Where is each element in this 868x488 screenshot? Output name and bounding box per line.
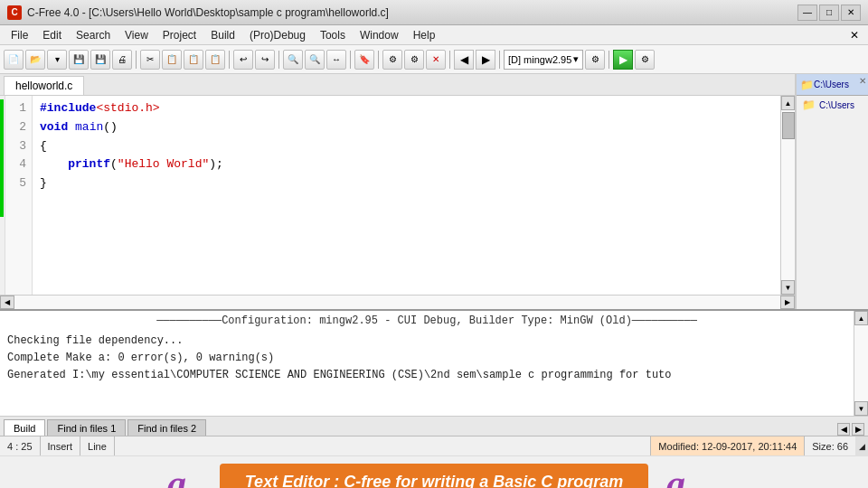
toolbar-separator-6 — [449, 51, 450, 69]
bottom-vscroll-up[interactable]: ▲ — [854, 311, 868, 325]
svg-text:a: a — [666, 463, 685, 489]
change-indicator — [0, 99, 4, 217]
code-line-5: } — [40, 174, 773, 193]
menu-window[interactable]: Window — [353, 27, 406, 43]
menu-view[interactable]: View — [118, 27, 156, 43]
hscroll-right[interactable]: ▶ — [780, 296, 795, 309]
toolbar-separator-4 — [350, 51, 351, 69]
status-line-mode: Line — [80, 436, 115, 455]
settings-button[interactable]: ⚙ — [382, 50, 402, 70]
toolbar-separator-2 — [229, 51, 230, 69]
menu-edit[interactable]: Edit — [35, 27, 69, 43]
build-line-1: Checking file dependency... — [7, 333, 846, 350]
right-panel-path: C:\Users — [814, 80, 849, 89]
editor-panel: helloworld.c 1 2 3 4 5 #include<stdio.h>… — [0, 74, 796, 309]
status-size: Size: 66 — [804, 436, 855, 455]
save-all-button[interactable]: 💾 — [90, 50, 110, 70]
code-editor[interactable]: 1 2 3 4 5 #include<stdio.h> void main() … — [0, 96, 795, 295]
title-bar: C C-Free 4.0 - [C:\Users\Hello World\Des… — [0, 0, 868, 25]
status-mode: Insert — [41, 436, 81, 455]
right-panel-item[interactable]: 📁 C:\Users — [797, 96, 868, 114]
right-logo: a — [663, 462, 704, 489]
menu-search[interactable]: Search — [69, 27, 118, 43]
right-panel-close[interactable]: ✕ — [859, 76, 866, 86]
debug-button[interactable]: ⚙ — [635, 50, 655, 70]
menu-bar: File Edit Search View Project Build (Pro… — [0, 25, 868, 45]
menubar-close-button[interactable]: ✕ — [844, 29, 864, 42]
tab-scroll-left[interactable]: ◀ — [837, 423, 850, 436]
menu-help[interactable]: Help — [406, 27, 443, 43]
nav-back-button[interactable]: ◀ — [454, 50, 474, 70]
menu-project[interactable]: Project — [156, 27, 203, 43]
status-position: 4 : 25 — [0, 436, 41, 455]
editor-tab-label: helloworld.c — [15, 80, 72, 92]
menu-pro-debug[interactable]: (Pro)Debug — [242, 27, 313, 43]
open-dropdown-button[interactable]: ▾ — [47, 50, 67, 70]
folder-icon: 📁 — [800, 79, 814, 91]
find-button[interactable]: 🔍 — [283, 50, 303, 70]
tab-build[interactable]: Build — [4, 419, 45, 436]
stop-button[interactable]: ✕ — [426, 50, 446, 70]
tab-find-in-files-2[interactable]: Find in files 2 — [127, 419, 206, 436]
find-next-button[interactable]: 🔍 — [305, 50, 325, 70]
toolbar-separator-7 — [499, 51, 500, 69]
vscroll-down[interactable]: ▼ — [781, 280, 795, 295]
vscroll-thumb[interactable] — [782, 112, 795, 139]
right-panel-item-label: C:\Users — [819, 100, 854, 110]
build-output: ——————————Configuration: mingw2.95 - CUI… — [0, 311, 854, 416]
right-panel: 📁 C:\Users ✕ 📁 C:\Users — [796, 74, 868, 309]
open-button[interactable]: 📂 — [25, 50, 45, 70]
print-button[interactable]: 🖨 — [112, 50, 132, 70]
compiler-dropdown-label: [D] mingw2.95 — [508, 54, 571, 65]
vscroll-up[interactable]: ▲ — [781, 96, 795, 110]
compiler-dropdown-arrow: ▾ — [573, 53, 579, 65]
code-line-2: void main() — [40, 118, 773, 137]
status-bar: 4 : 25 Insert Line Modified: 12-09-2017,… — [0, 436, 868, 455]
config-button[interactable]: ⚙ — [404, 50, 424, 70]
new-file-button[interactable]: 📄 — [4, 50, 24, 70]
bottom-tab-bar: Build Find in files 1 Find in files 2 ◀ … — [0, 416, 868, 436]
editor-vscrollbar[interactable]: ▲ ▼ — [780, 96, 795, 295]
save-button[interactable]: 💾 — [69, 50, 89, 70]
compiler-settings-button[interactable]: ⚙ — [585, 50, 605, 70]
replace-button[interactable]: ↔ — [326, 50, 346, 70]
bottom-panel: ——————————Configuration: mingw2.95 - CUI… — [0, 309, 868, 436]
paste-button[interactable]: 📋 — [184, 50, 203, 70]
menu-build[interactable]: Build — [203, 27, 242, 43]
editor-hscrollbar: ◀ ▶ — [0, 295, 795, 309]
minimize-button[interactable]: — — [797, 5, 817, 21]
status-modified: Modified: 12-09-2017, 20:11:44 — [650, 436, 804, 455]
code-line-3: { — [40, 137, 773, 156]
menu-file[interactable]: File — [4, 27, 35, 43]
compiler-dropdown[interactable]: [D] mingw2.95 ▾ — [504, 50, 583, 70]
bookmark-button[interactable]: 🔖 — [354, 50, 374, 70]
right-panel-header: 📁 C:\Users ✕ — [797, 74, 868, 96]
maximize-button[interactable]: □ — [819, 5, 839, 21]
editor-area: helloworld.c 1 2 3 4 5 #include<stdio.h>… — [0, 74, 868, 309]
editor-tab-helloworld[interactable]: helloworld.c — [4, 76, 84, 95]
app-icon: C — [7, 5, 22, 20]
clone-button[interactable]: 📋 — [205, 50, 225, 70]
nav-forward-button[interactable]: ▶ — [476, 50, 495, 70]
tab-find-in-files-1[interactable]: Find in files 1 — [47, 419, 126, 436]
bottom-vscroll-track[interactable] — [854, 325, 868, 401]
toolbar-separator-3 — [278, 51, 279, 69]
cut-button[interactable]: ✂ — [140, 50, 160, 70]
hscroll-left[interactable]: ◀ — [0, 296, 14, 309]
toolbar-separator-1 — [136, 51, 137, 69]
copy-button[interactable]: 📋 — [162, 50, 182, 70]
undo-button[interactable]: ↩ — [233, 50, 253, 70]
hscroll-track[interactable] — [14, 296, 780, 309]
redo-button[interactable]: ↪ — [255, 50, 275, 70]
close-button[interactable]: ✕ — [841, 5, 861, 21]
bottom-vscroll-down[interactable]: ▼ — [854, 401, 868, 416]
vscroll-track[interactable] — [781, 110, 795, 280]
tab-scroll-right[interactable]: ▶ — [852, 423, 864, 436]
run-button[interactable]: ▶ — [613, 50, 633, 70]
bottom-panel-vscrollbar[interactable]: ▲ ▼ — [854, 311, 868, 416]
menu-tools[interactable]: Tools — [313, 27, 353, 43]
code-content[interactable]: #include<stdio.h> void main() { printf("… — [33, 96, 780, 295]
code-line-1: #include<stdio.h> — [40, 99, 773, 118]
bottom-banner: a Text Editor : C-free for writing a Bas… — [0, 455, 868, 488]
line-numbers: 1 2 3 4 5 — [5, 96, 33, 295]
